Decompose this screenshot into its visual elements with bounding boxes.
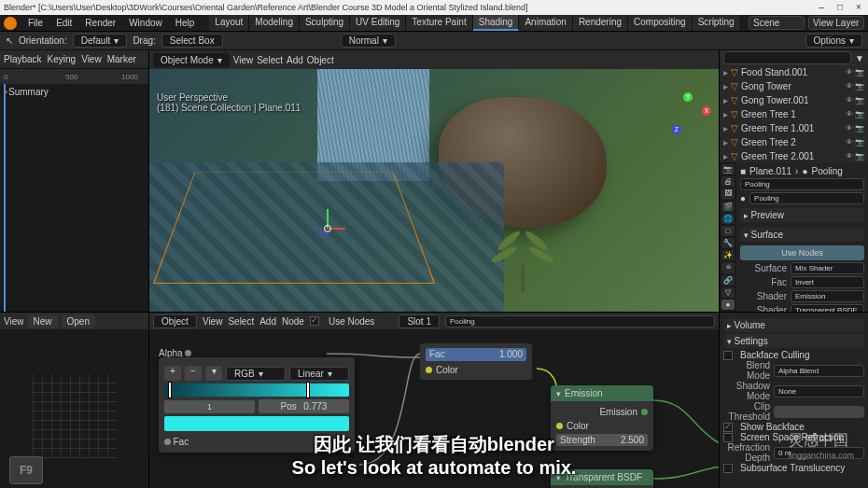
backface-culling-checkbox[interactable] xyxy=(723,351,733,360)
prop-tab-output[interactable]: 🖨 xyxy=(721,176,735,187)
image-canvas[interactable]: F9 xyxy=(0,329,148,488)
prop-tab-mesh[interactable]: ▽ xyxy=(721,287,735,298)
blend-mode-dropdown[interactable]: Alpha Blend xyxy=(774,365,864,377)
node-view-menu[interactable]: View xyxy=(203,316,223,327)
menu-edit[interactable]: Edit xyxy=(50,16,77,30)
minimize-button[interactable]: – xyxy=(816,2,827,13)
close-button[interactable]: × xyxy=(853,2,864,13)
remove-stop-button[interactable]: − xyxy=(185,366,202,381)
vp-object-menu[interactable]: Object xyxy=(307,55,334,65)
clip-threshold-field[interactable] xyxy=(774,406,864,418)
navigation-gizmo[interactable]: X Y Z xyxy=(665,92,711,139)
new-image-button[interactable]: New xyxy=(28,314,58,328)
gizmo-center[interactable] xyxy=(324,225,331,232)
prop-tab-material[interactable]: ● xyxy=(721,300,735,310)
prop-tab-view[interactable]: 🖼 xyxy=(721,188,735,199)
add-stop-button[interactable]: + xyxy=(164,366,181,381)
prop-tab-modifier[interactable]: 🔧 xyxy=(721,238,735,248)
prop-tab-object[interactable]: □ xyxy=(721,226,735,236)
prop-tab-scene[interactable]: 🎬 xyxy=(721,202,735,212)
outliner-search[interactable] xyxy=(723,51,851,64)
settings-section[interactable]: ▾ Settings xyxy=(723,334,864,348)
view-menu[interactable]: View xyxy=(81,54,102,64)
summary-row[interactable]: ▸ Summary xyxy=(0,84,148,99)
gradient-stop[interactable] xyxy=(168,382,172,398)
node-select-menu[interactable]: Select xyxy=(228,316,254,327)
use-nodes-checkbox[interactable] xyxy=(310,316,319,326)
material-datablock[interactable]: Pooling xyxy=(749,192,864,204)
nav-x-icon[interactable]: X xyxy=(702,106,711,116)
outliner-item[interactable]: ▸▽Gong Tower👁 📷 xyxy=(720,79,868,93)
viewlayer-input[interactable] xyxy=(808,16,864,30)
tab-scripting[interactable]: Scripting xyxy=(693,15,741,31)
surface-field[interactable]: Mix Shader xyxy=(791,262,864,274)
gradient-stop[interactable] xyxy=(306,382,310,398)
maximize-button[interactable]: □ xyxy=(834,2,846,13)
viewport-scene[interactable]: User Perspective (181) Scene Collection … xyxy=(149,69,719,312)
invert-node[interactable]: Fac1.000 Color xyxy=(420,343,532,380)
tab-layout[interactable]: Layout xyxy=(209,15,249,31)
pos-field[interactable]: Pos 0.773 xyxy=(259,399,349,413)
filter-icon[interactable]: ▼ xyxy=(855,53,864,63)
menu-help[interactable]: Help xyxy=(170,16,201,30)
keying-menu[interactable]: Keying xyxy=(48,54,77,64)
menu-file[interactable]: File xyxy=(22,16,49,30)
emission-title[interactable]: ▾ Emission xyxy=(551,385,653,401)
tab-compositing[interactable]: Compositing xyxy=(628,15,693,31)
prop-tab-particle[interactable]: ✨ xyxy=(721,250,735,260)
material-slot[interactable]: Pooling xyxy=(740,178,864,190)
show-backface-checkbox[interactable] xyxy=(723,423,733,432)
surface-section[interactable]: ▾ Surface xyxy=(740,228,864,242)
fac-slider[interactable]: Fac1.000 xyxy=(426,348,526,361)
ssr-checkbox[interactable] xyxy=(723,433,733,442)
outliner-item[interactable]: ▸▽Gong Tower.001👁 📷 xyxy=(720,93,868,107)
gradient-bar[interactable] xyxy=(164,383,349,397)
tab-uv-editing[interactable]: UV Editing xyxy=(350,15,406,31)
nav-z-icon[interactable]: Z xyxy=(672,125,681,134)
vp-add-menu[interactable]: Add xyxy=(287,55,303,65)
orientation-dropdown[interactable]: Default▾ xyxy=(73,34,128,48)
tab-texture-paint[interactable]: Texture Paint xyxy=(406,15,472,31)
timeline-ruler[interactable]: 0 500 1000 xyxy=(0,69,148,84)
prop-tab-constraint[interactable]: 🔗 xyxy=(721,275,735,286)
shadow-mode-dropdown[interactable]: None xyxy=(774,385,864,397)
slot-dropdown[interactable]: Slot 1 xyxy=(399,314,440,328)
outliner-item[interactable]: ▸▽Green Tree 1.001👁 📷 xyxy=(720,121,868,135)
tab-shading[interactable]: Shading xyxy=(473,15,520,31)
stop-color-field[interactable] xyxy=(164,416,349,431)
fac-field[interactable]: Invert xyxy=(791,276,864,288)
node-add-menu[interactable]: Add xyxy=(259,316,276,327)
use-nodes-button[interactable]: Use Nodes xyxy=(740,245,864,260)
stop-index-field[interactable]: 1 xyxy=(164,400,255,413)
uv-view-menu[interactable]: View xyxy=(4,316,24,327)
3d-viewport[interactable]: Object Mode▾ View Select Add Object User… xyxy=(149,50,719,312)
prop-tab-render[interactable]: 📷 xyxy=(721,164,735,174)
outliner-item[interactable]: ▸▽Food Stand.001👁 📷 xyxy=(720,65,868,79)
vp-view-menu[interactable]: View xyxy=(233,55,254,65)
vp-select-menu[interactable]: Select xyxy=(257,55,283,65)
open-image-button[interactable]: Open xyxy=(62,314,95,328)
tab-rendering[interactable]: Rendering xyxy=(573,15,628,31)
options-dropdown[interactable]: Options▾ xyxy=(805,34,862,48)
scene-input[interactable] xyxy=(749,16,805,30)
sss-checkbox[interactable] xyxy=(723,464,733,473)
tab-sculpting[interactable]: Sculpting xyxy=(300,15,350,31)
shader2-field[interactable]: Transparent BSDF xyxy=(791,304,864,312)
shader-type-dropdown[interactable]: Object xyxy=(153,314,197,328)
flip-ramp-button[interactable]: ▾ xyxy=(205,366,222,381)
tab-modeling[interactable]: Modeling xyxy=(249,15,300,31)
playhead[interactable] xyxy=(4,84,6,312)
transform-gizmo[interactable] xyxy=(308,209,345,246)
prop-tab-physics[interactable]: ⚛ xyxy=(721,262,735,272)
outliner-item[interactable]: ▸▽Green Tree 2.001👁 📷 xyxy=(720,149,868,162)
mode-dropdown[interactable]: Object Mode▾ xyxy=(153,53,230,67)
dopesheet-body[interactable]: ▸ Summary xyxy=(0,84,148,312)
playback-menu[interactable]: Playback xyxy=(4,54,42,64)
normal-dropdown[interactable]: Normal▾ xyxy=(341,34,396,48)
outliner-item[interactable]: ▸▽Green Tree 2👁 📷 xyxy=(720,135,868,149)
preview-section[interactable]: ▸ Preview xyxy=(740,208,864,222)
marker-menu[interactable]: Marker xyxy=(107,54,136,64)
nav-y-icon[interactable]: Y xyxy=(683,92,693,102)
menu-render[interactable]: Render xyxy=(79,16,121,30)
interp-dropdown[interactable]: Linear▾ xyxy=(289,367,349,381)
